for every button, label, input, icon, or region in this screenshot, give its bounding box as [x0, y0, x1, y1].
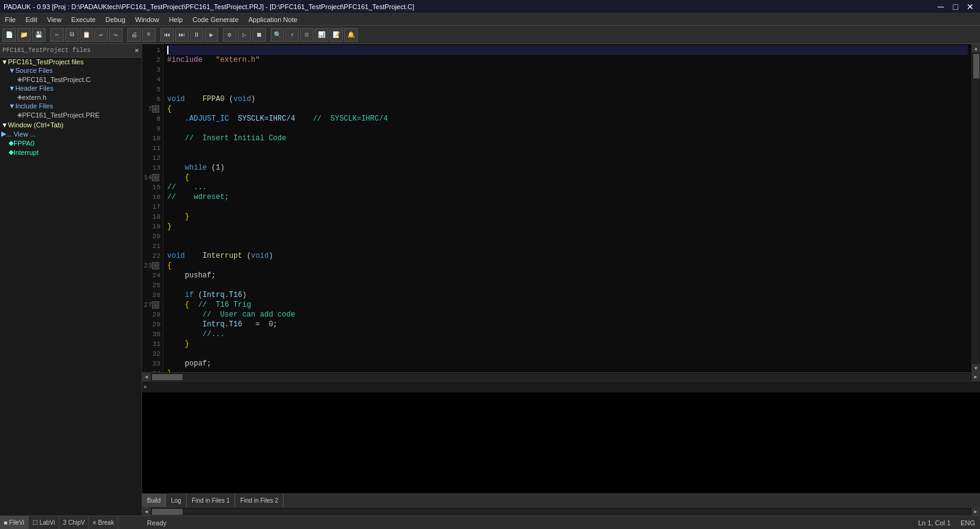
- toolbar-b9[interactable]: ⛭: [300, 28, 314, 42]
- code-line-30: //...: [167, 329, 968, 339]
- extern-file-icon: ◈: [17, 93, 22, 101]
- menu-file[interactable]: File: [0, 15, 21, 24]
- collapse-23[interactable]: -: [152, 262, 159, 269]
- toolbar-new[interactable]: 📄: [2, 28, 16, 42]
- scroll-left-arrow[interactable]: ◀: [142, 373, 151, 381]
- main: PFC161_TestProject files ✕ ▼ PFC161_Test…: [0, 44, 980, 529]
- code-line-7: {: [167, 104, 968, 114]
- scroll-up-arrow[interactable]: ▲: [972, 44, 981, 53]
- sidebar-title: PFC161_TestProject files: [2, 47, 91, 54]
- code-line-5: [167, 84, 968, 94]
- toolbar-redo[interactable]: ↪: [109, 28, 123, 42]
- scroll-thumb[interactable]: [973, 54, 979, 78]
- toolbar-b5[interactable]: ▶: [205, 28, 218, 42]
- tab-find-files-2[interactable]: Find in Files 2: [235, 494, 284, 507]
- lower-close-icon[interactable]: ✕: [143, 383, 147, 391]
- toolbar-b2[interactable]: ⏮: [160, 28, 174, 42]
- collapse-27[interactable]: -: [152, 301, 159, 309]
- toolbar-paste[interactable]: 📋: [80, 28, 93, 42]
- tree-source-folder[interactable]: ▼ Source Files: [0, 66, 141, 75]
- code-line-20: [167, 231, 968, 241]
- code-line-24: pushaf;: [167, 271, 968, 280]
- menu-execute[interactable]: Execute: [66, 15, 100, 24]
- menu-help[interactable]: Help: [164, 15, 188, 24]
- horizontal-scrollbar[interactable]: ◀ ▶: [142, 372, 980, 381]
- lower-scroll-right[interactable]: ▶: [971, 508, 980, 516]
- fppa0-icon: ◆: [9, 139, 13, 147]
- tab-filevi[interactable]: ■ FileVi: [0, 516, 29, 529]
- tree-window[interactable]: ▼ Window (Ctrl+Tab): [0, 121, 141, 129]
- tree-root-icon: ▼: [1, 58, 8, 66]
- menu-edit[interactable]: Edit: [21, 15, 42, 24]
- code-line-15: // ...: [167, 182, 968, 192]
- menu-view[interactable]: View: [42, 15, 67, 24]
- tab-labvi[interactable]: ☐ LabVi: [29, 516, 59, 529]
- tab-find-files-1[interactable]: Find in Files 1: [187, 494, 235, 507]
- tree-fppa0[interactable]: ◆ FPPA0: [0, 138, 141, 148]
- toolbar-cut[interactable]: ✂: [50, 28, 64, 42]
- minimize-button[interactable]: ─: [935, 2, 947, 12]
- titlebar: PADAUK - 0.93 [Proj : D:\PADAUKtech\PFC1…: [0, 0, 980, 13]
- toolbar-b4[interactable]: ⏸: [190, 28, 203, 42]
- code-line-33: popaf;: [167, 359, 968, 369]
- code-line-32: [167, 349, 968, 359]
- h-scroll-thumb[interactable]: [152, 374, 183, 380]
- tree-pre-file[interactable]: ◈ PFC161_TestProject.PRE: [0, 110, 141, 119]
- tab-build[interactable]: Build: [142, 494, 166, 507]
- tree-root-label: PFC161_TestProject files: [8, 58, 84, 66]
- toolbar-run[interactable]: ▷: [238, 28, 251, 42]
- tree-include-label: Include Files: [15, 102, 53, 110]
- toolbar-b3[interactable]: ⏭: [175, 28, 189, 42]
- tab-break[interactable]: ≡ Break: [89, 516, 118, 529]
- toolbar-open[interactable]: 📁: [17, 28, 31, 42]
- toolbar: 📄 📁 💾 ✂ ⧉ 📋 ↩ ↪ 🖨 ≡ ⏮ ⏭ ⏸ ▶ ⚙ ▷ ⏹ 🔍 ⚡ ⛭ …: [0, 26, 980, 44]
- lower-scroll-thumb[interactable]: [152, 509, 183, 515]
- tree-view[interactable]: ▶ ... View ...: [0, 129, 141, 138]
- toolbar-b7[interactable]: 🔍: [271, 28, 284, 42]
- toolbar-b6[interactable]: ⏹: [252, 28, 266, 42]
- toolbar-compile[interactable]: ⚙: [223, 28, 236, 42]
- vertical-scrollbar[interactable]: ▲ ▼: [971, 44, 980, 372]
- lower-horizontal-scrollbar[interactable]: ◀ ▶: [142, 507, 980, 516]
- code-line-4: [167, 75, 968, 84]
- scroll-right-arrow[interactable]: ▶: [971, 373, 980, 381]
- statusbar-left: Ready: [147, 519, 167, 527]
- lower-scroll-left[interactable]: ◀: [142, 508, 151, 516]
- tree-extern-h[interactable]: ◈ extern.h: [0, 92, 141, 102]
- scroll-track: [973, 54, 979, 362]
- view-icon: ▶: [1, 130, 6, 138]
- code-line-13: while (1): [167, 163, 968, 173]
- tree-header-folder[interactable]: ▼ Header Files: [0, 84, 141, 92]
- menu-application-note[interactable]: Application Note: [244, 15, 303, 24]
- collapse-7[interactable]: -: [152, 105, 159, 113]
- tree-root[interactable]: ▼ PFC161_TestProject files: [0, 58, 141, 66]
- toolbar-b8[interactable]: ⚡: [285, 28, 299, 42]
- code-line-29: Intrq.T16 = 0;: [167, 320, 968, 329]
- toolbar-b10[interactable]: 📊: [315, 28, 328, 42]
- toolbar-print[interactable]: 🖨: [127, 28, 141, 42]
- tree-interrupt[interactable]: ◆ Interrupt: [0, 148, 141, 157]
- toolbar-save[interactable]: 💾: [32, 28, 45, 42]
- toolbar-b1[interactable]: ≡: [142, 28, 156, 42]
- menu-window[interactable]: Window: [130, 15, 164, 24]
- menu-code-generate[interactable]: Code Generate: [187, 15, 243, 24]
- tab-chipv[interactable]: 3 ChipV: [59, 516, 89, 529]
- tree-include-folder[interactable]: ▼ Include Files: [0, 102, 141, 110]
- code-line-19: }: [167, 222, 968, 231]
- scroll-down-arrow[interactable]: ▼: [972, 364, 981, 372]
- code-area[interactable]: #include "extern.h" void FPPA0 (void) { …: [164, 44, 971, 372]
- tab-log[interactable]: Log: [166, 494, 187, 507]
- sidebar-close[interactable]: ✕: [135, 46, 139, 55]
- toolbar-b11[interactable]: 📝: [330, 28, 343, 42]
- menu-debug[interactable]: Debug: [100, 15, 130, 24]
- tree-interrupt-label: Interrupt: [13, 149, 39, 156]
- collapse-14[interactable]: -: [152, 174, 159, 181]
- toolbar-undo[interactable]: ↩: [94, 28, 108, 42]
- close-button[interactable]: ✕: [964, 2, 976, 12]
- file-tree: ▼ PFC161_TestProject files ▼ Source File…: [0, 58, 141, 516]
- toolbar-copy[interactable]: ⧉: [65, 28, 78, 42]
- tree-main-c[interactable]: ◈ PFC161_TestProject.C: [0, 75, 141, 84]
- toolbar-b12[interactable]: 🔔: [344, 28, 358, 42]
- maximize-button[interactable]: □: [949, 2, 962, 12]
- lower-pane-header: ✕: [142, 381, 980, 392]
